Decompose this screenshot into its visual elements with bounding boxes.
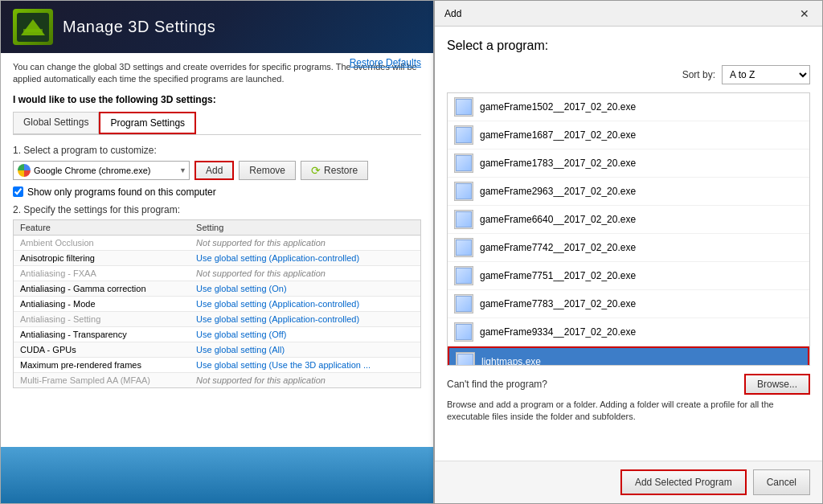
page-title: Manage 3D Settings [63,18,215,36]
program-name: lightmaps.exe [481,356,541,366]
setting-cell: Use global setting (Off) [190,326,420,342]
table-row[interactable]: Ambient Occlusion Not supported for this… [14,235,420,250]
close-button[interactable]: ✕ [796,6,813,22]
program-name: gameFrame6640__2017_02_20.exe [480,214,636,225]
setting-cell: Not supported for this application [190,235,420,250]
feature-column-header: Feature [14,220,190,236]
program-name: gameFrame7742__2017_02_20.exe [480,242,636,253]
list-item[interactable]: gameFrame7783__2017_02_20.exe [448,290,809,318]
table-row[interactable]: Anisotropic filtering Use global setting… [14,250,420,265]
list-item[interactable]: gameFrame2963__2017_02_20.exe [448,178,809,206]
setting-cell: Not supported for this application [190,372,420,387]
add-dialog: Add ✕ Select a program: Sort by: A to Z … [434,0,823,504]
list-item[interactable]: gameFrame1502__2017_02_20.exe [448,93,809,121]
setting-cell: Use global setting (Use the 3D applicati… [190,357,420,372]
program-icon [454,322,473,342]
cancel-button[interactable]: Cancel [753,469,810,495]
list-item[interactable]: gameFrame9334__2017_02_20.exe [448,318,809,346]
setting-cell: Use global setting (On) [190,281,420,296]
tab-global-settings[interactable]: Global Settings [13,112,99,134]
table-row[interactable]: Antialiasing - Transparency Use global s… [14,326,420,342]
program-icon [454,266,473,285]
setting-cell: Use global setting (Application-controll… [190,250,420,265]
settings-table-wrapper[interactable]: Feature Setting Ambient Occlusion Not su… [13,219,421,388]
add-selected-program-button[interactable]: Add Selected Program [620,469,747,495]
program-icon [454,182,473,201]
tab-program-settings[interactable]: Program Settings [99,112,196,134]
feature-cell: Ambient Occlusion [14,235,190,250]
add-button[interactable]: Add [194,161,234,180]
setting-cell: Use global setting (Application-controll… [190,311,420,326]
main-header: Manage 3D Settings [1,1,433,53]
program-icon [454,154,473,173]
feature-cell: Antialiasing - Transparency [14,326,190,342]
sort-select[interactable]: A to Z Z to A Recently Used [722,65,810,84]
program-icon [454,294,473,313]
sort-row: Sort by: A to Z Z to A Recently Used [447,65,810,84]
program-name: gameFrame1502__2017_02_20.exe [480,101,636,113]
settings-table: Feature Setting Ambient Occlusion Not su… [14,220,420,388]
program-name: gameFrame7751__2017_02_20.exe [480,270,636,281]
table-row[interactable]: Multi-Frame Sampled AA (MFAA) Not suppor… [14,372,420,387]
cant-find-row: Can't find the program? Browse... [447,366,810,399]
dropdown-arrow-icon: ▼ [179,166,186,174]
setting-column-header: Setting [190,220,420,236]
browse-button[interactable]: Browse... [744,374,810,395]
main-footer [1,447,433,503]
select-program-label: 1. Select a program to customize: [13,145,421,156]
feature-cell: Antialiasing - Mode [14,296,190,311]
program-icon [454,210,473,229]
setting-cell: Use global setting (All) [190,342,420,357]
list-item[interactable]: gameFrame7751__2017_02_20.exe [448,262,809,290]
feature-cell: Anisotropic filtering [14,250,190,265]
program-name: gameFrame2963__2017_02_20.exe [480,186,636,197]
program-name: gameFrame1687__2017_02_20.exe [480,129,636,141]
program-icon [454,97,473,117]
checkbox-label[interactable]: Show only programs found on this compute… [27,186,216,198]
feature-cell: Multi-Frame Sampled AA (MFAA) [14,372,190,387]
program-name: gameFrame1783__2017_02_20.exe [480,158,636,169]
list-item-selected[interactable]: lightmaps.exe [448,346,809,366]
list-item[interactable]: gameFrame1783__2017_02_20.exe [448,150,809,178]
settings-table-body: Ambient Occlusion Not supported for this… [14,235,420,387]
selected-program-text: Google Chrome (chrome.exe) [34,166,151,175]
setting-cell: Not supported for this application [190,265,420,281]
table-row[interactable]: Antialiasing - FXAA Not supported for th… [14,265,420,281]
table-row[interactable]: Antialiasing - Mode Use global setting (… [14,296,420,311]
list-item[interactable]: gameFrame7742__2017_02_20.exe [448,234,809,262]
program-icon [454,238,473,257]
program-name: gameFrame7783__2017_02_20.exe [480,298,636,309]
table-row[interactable]: Antialiasing - Gamma correction Use glob… [14,281,420,296]
checkbox-row: Show only programs found on this compute… [13,186,421,198]
dialog-header: Add ✕ [435,1,822,27]
program-list[interactable]: gameFrame1502__2017_02_20.exe gameFrame1… [447,92,810,366]
show-only-checkbox[interactable] [13,186,23,197]
table-row[interactable]: Maximum pre-rendered frames Use global s… [14,357,420,372]
main-window: Manage 3D Settings Restore Defaults You … [0,0,434,504]
remove-button[interactable]: Remove [239,161,296,180]
program-selector[interactable]: Google Chrome (chrome.exe) ▼ [13,161,190,180]
dialog-body: Select a program: Sort by: A to Z Z to A… [435,27,822,444]
browse-description: Browse and add a program or a folder. Ad… [447,399,810,424]
feature-cell: Antialiasing - FXAA [14,265,190,281]
restore-button[interactable]: ⟳ Restore [301,161,368,180]
settings-section-label: I would like to use the following 3D set… [13,94,421,105]
settings-tabs: Global Settings Program Settings [13,112,421,135]
program-icon [456,352,475,366]
dialog-footer: Add Selected Program Cancel [435,461,822,503]
list-item[interactable]: gameFrame1687__2017_02_20.exe [448,121,809,150]
dialog-title: Add [444,8,461,19]
table-row[interactable]: CUDA - GPUs Use global setting (All) [14,342,420,357]
cant-find-text: Can't find the program? [447,379,547,390]
table-row[interactable]: Antialiasing - Setting Use global settin… [14,311,420,326]
specify-label: 2. Specify the settings for this program… [13,204,421,215]
restore-defaults-link[interactable]: Restore Defaults [350,57,421,68]
list-item[interactable]: gameFrame6640__2017_02_20.exe [448,206,809,234]
chrome-icon [18,164,31,177]
svg-rect-2 [23,29,43,32]
setting-cell: Use global setting (Application-controll… [190,296,420,311]
sort-label: Sort by: [682,69,715,80]
main-body: You can change the global 3D settings an… [1,53,433,396]
feature-cell: CUDA - GPUs [14,342,190,357]
nvidia-logo [13,9,53,45]
